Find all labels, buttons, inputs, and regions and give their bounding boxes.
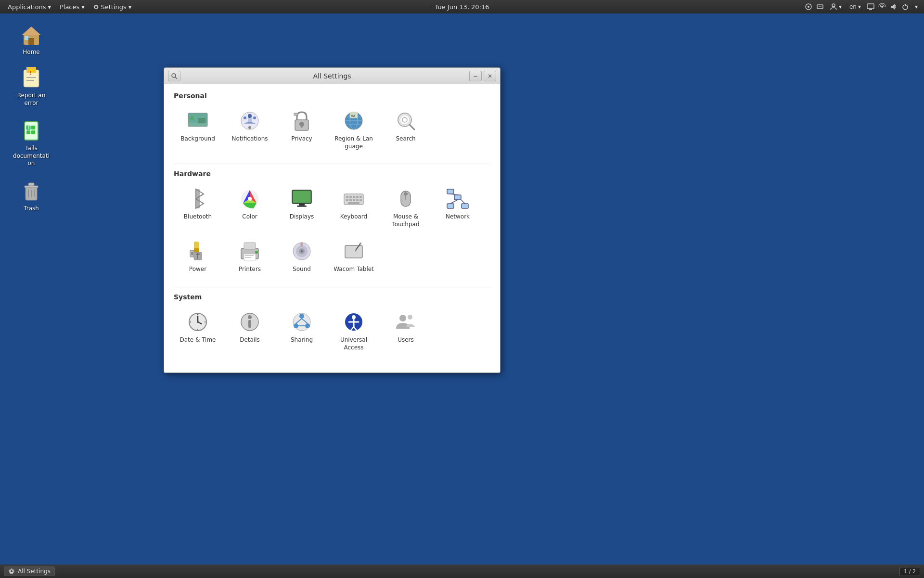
settings-item-wacom[interactable]: Wacom Tablet [330, 236, 378, 277]
workspace-indicator[interactable]: 1 / 2 [899, 567, 920, 576]
user-arrow: ▾ [839, 3, 842, 10]
region-icon: Aa [342, 109, 365, 132]
svg-point-113 [301, 250, 303, 252]
settings-menu[interactable]: ⚙ Settings ▾ [90, 2, 136, 12]
tray-icon-2[interactable] [816, 2, 824, 11]
report-icon: ! [20, 67, 43, 90]
settings-item-displays[interactable]: Displays [278, 183, 326, 232]
desktop-icon-trash[interactable]: Trash [10, 178, 53, 215]
svg-point-70 [248, 197, 252, 201]
svg-rect-92 [462, 204, 468, 208]
svg-rect-90 [447, 189, 454, 194]
svg-point-61 [400, 115, 410, 125]
settings-item-universal[interactable]: Universal Access [330, 307, 378, 355]
settings-item-details[interactable]: Details [226, 307, 274, 355]
svg-rect-79 [356, 196, 359, 198]
applications-label: Applications [8, 3, 46, 11]
svg-rect-105 [244, 243, 256, 249]
sharing-label: Sharing [291, 336, 313, 344]
settings-item-printers[interactable]: Printers [226, 236, 274, 277]
power-icon [186, 240, 209, 263]
tray-icon-screen[interactable] [866, 2, 875, 11]
svg-point-4 [832, 4, 835, 7]
svg-rect-93 [454, 195, 461, 200]
svg-rect-76 [346, 196, 348, 198]
mouse-label: Mouse & Touchpad [392, 213, 419, 228]
tails-docs-icon: T [20, 120, 43, 143]
svg-rect-78 [353, 196, 355, 198]
svg-rect-86 [348, 202, 359, 204]
settings-item-privacy[interactable]: Privacy [278, 105, 326, 154]
settings-window: All Settings − × Personal [164, 67, 500, 373]
svg-marker-8 [891, 4, 895, 10]
hardware-grid: Bluetooth Color [174, 183, 490, 277]
settings-item-sound[interactable]: Sound [278, 236, 326, 277]
background-icon: A [186, 109, 209, 132]
tray-icon-1[interactable] [804, 2, 813, 11]
desktop-icon-home[interactable]: Home [10, 22, 53, 58]
taskbar-top: Applications ▾ Places ▾ ⚙ Settings ▾ Tue… [0, 0, 924, 13]
tails-docs-label: Tails documentati on [12, 145, 51, 167]
desktop-icon-report[interactable]: ! Report an error [10, 65, 53, 109]
desktop-icon-tails-docs[interactable]: T Tails documentati on [10, 118, 53, 169]
settings-item-mouse[interactable]: Mouse & Touchpad [382, 183, 430, 232]
settings-item-background[interactable]: A Background [174, 105, 222, 154]
settings-item-power[interactable]: Power [174, 236, 222, 277]
hardware-section: Hardware Bluetooth [174, 170, 490, 277]
window-close-button[interactable]: × [484, 71, 496, 81]
settings-item-color[interactable]: Color [226, 183, 274, 232]
tray-icon-network[interactable] [878, 2, 886, 11]
svg-text:!: ! [29, 70, 32, 76]
users-label: Users [398, 336, 414, 344]
svg-text:Aa: Aa [351, 114, 355, 118]
svg-rect-77 [349, 196, 352, 198]
clock-right[interactable]: ▾ [912, 2, 920, 11]
svg-point-107 [255, 251, 258, 254]
settings-item-datetime[interactable]: Date & Time [174, 307, 222, 355]
settings-item-search[interactable]: Search [382, 105, 430, 154]
hardware-divider [174, 164, 490, 164]
tray-icon-volume[interactable] [889, 2, 898, 11]
personal-grid: A Background [174, 105, 490, 154]
bottom-app-label: All Settings [18, 568, 51, 575]
taskbar-right: ▾ en ▾ [804, 2, 920, 12]
settings-item-sharing[interactable]: Sharing [278, 307, 326, 355]
details-icon [238, 310, 261, 334]
svg-point-144 [408, 315, 412, 320]
region-label: Region & Lan guage [334, 135, 373, 150]
personal-section: Personal A Background [174, 92, 490, 154]
window-search-button[interactable] [168, 71, 180, 81]
background-label: Background [180, 135, 215, 143]
places-menu[interactable]: Places ▾ [56, 2, 89, 12]
svg-rect-85 [359, 199, 362, 201]
svg-rect-83 [353, 199, 355, 201]
svg-rect-89 [404, 193, 408, 195]
bottom-app-settings[interactable]: All Settings [4, 566, 55, 576]
printers-label: Printers [239, 266, 261, 273]
search-icon [394, 109, 417, 132]
settings-arrow: ▾ [128, 3, 132, 11]
system-grid: Date & Time Details [174, 307, 490, 355]
svg-rect-74 [297, 206, 307, 207]
settings-item-bluetooth[interactable]: Bluetooth [174, 183, 222, 232]
tray-icon-power[interactable] [901, 2, 910, 11]
settings-item-users[interactable]: Users [382, 307, 430, 355]
window-minimize-button[interactable]: − [469, 71, 482, 81]
settings-item-network[interactable]: Network [434, 183, 482, 232]
svg-rect-27 [26, 130, 30, 134]
settings-item-notifications[interactable]: Notifications [226, 105, 274, 154]
language-arrow: ▾ [858, 3, 861, 10]
svg-rect-5 [867, 4, 874, 9]
language-menu[interactable]: en ▾ [847, 2, 863, 11]
applications-menu[interactable]: Applications ▾ [4, 2, 55, 12]
system-section: System [174, 293, 490, 355]
settings-item-region[interactable]: Aa Region & Lan guage [330, 105, 378, 154]
svg-rect-82 [349, 199, 352, 201]
svg-rect-109 [245, 257, 251, 258]
search-label: Search [396, 135, 415, 143]
svg-text:T: T [27, 126, 30, 130]
places-arrow: ▾ [81, 3, 85, 11]
svg-point-118 [355, 250, 357, 252]
user-menu[interactable]: ▾ [827, 2, 844, 12]
settings-item-keyboard[interactable]: Keyboard [330, 183, 378, 232]
